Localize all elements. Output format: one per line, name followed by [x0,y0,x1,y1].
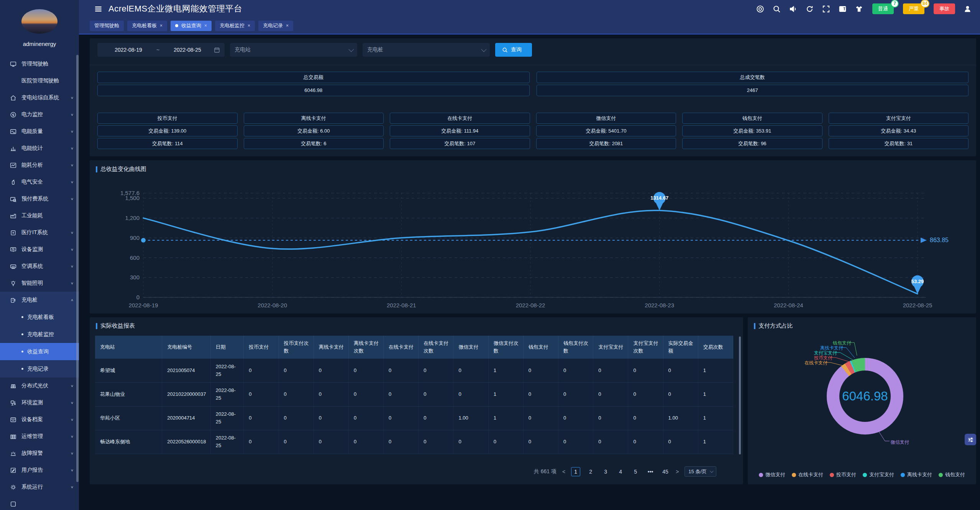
sidebar-item[interactable]: 变电站综自系统 ∨ [0,89,79,106]
sidebar-item[interactable]: 医院管理驾驶舱 [0,72,79,89]
sidebar-item[interactable]: 空调系统 ∨ [0,258,79,275]
chevron-icon: ∨ [71,130,74,133]
tab[interactable]: 充电桩监控 × [215,21,255,31]
pile-select[interactable]: 充电桩 [363,43,490,57]
alarm-level-button[interactable]: 严重 84 [903,3,924,14]
tab[interactable]: 充电记录 × [258,21,293,31]
payment-card-count: 交易笔数: 96 [682,138,822,149]
svg-text:1,200: 1,200 [125,215,140,221]
payment-card: 微信支付 交易金额: 5401.70 交易笔数: 2081 [536,113,676,151]
sidebar-item[interactable]: 电力监控 ∨ [0,106,79,123]
sidebar-node: 电气安全 ∨ [0,174,79,190]
page-number[interactable]: 4 [616,467,625,476]
avatar[interactable] [21,9,57,34]
sidebar-item[interactable]: 工业能耗 [0,207,79,224]
sidebar-item[interactable]: 管理驾驶舱 [0,56,79,72]
svg-text:300: 300 [130,274,140,280]
chevron-icon: ∨ [71,113,74,116]
page-number[interactable]: 2 [586,467,595,476]
payment-card-amount: 交易金额: 111.94 [390,125,530,136]
sidebar-node: 工业能耗 [0,207,79,224]
tab[interactable]: 收益查询 × [171,21,212,31]
page-number[interactable]: 45 [661,467,670,476]
bullet-icon [21,368,23,370]
sidebar-item[interactable]: 设备档案 ∨ [0,411,79,428]
table-scrollbar[interactable] [739,336,741,454]
sidebar-item[interactable]: 电能统计 ∨ [0,140,79,157]
table-cell: 0 [384,382,419,406]
refresh-icon[interactable] [806,5,814,13]
page-number[interactable]: ••• [646,467,655,476]
table-header-cell: 投币支付 [244,336,279,359]
sidebar-item[interactable]: 用户报告 ∨ [0,462,79,479]
table-cell: 0 [453,359,488,382]
sidebar-item[interactable]: 运维管理 ∨ [0,428,79,445]
sidebar-item[interactable]: 医疗IT系统 ∨ [0,224,79,241]
sidebar-item[interactable]: 故障报警 ∨ [0,445,79,462]
user-icon[interactable] [964,5,972,13]
sidebar-subitem[interactable]: 充电记录 [0,360,79,377]
table-cell: 0 [523,406,558,430]
table-header-cell: 离线卡支付次数 [348,336,383,359]
search-icon [502,47,508,53]
table-cell: 0 [663,430,698,454]
sidebar-subitem[interactable]: 充电桩监控 [0,326,79,343]
tab-close-icon[interactable]: × [248,23,250,28]
sidebar-item[interactable]: 电能质量 ∨ [0,123,79,140]
sidebar-scrollbar[interactable] [76,55,79,482]
totals-row: 总交易额 6046.98 总成交笔数 2467 [97,72,969,98]
report-icon [10,467,16,474]
fullscreen-icon[interactable] [822,5,830,13]
table-cell: 0 [453,382,488,406]
sidebar-node [0,495,79,510]
sidebar-item[interactable]: 系统运行 ∨ [0,479,79,495]
sidebar-item[interactable]: 电气安全 ∨ [0,174,79,190]
menu-icon[interactable] [94,5,102,13]
table-cell: 0 [348,430,383,454]
sidebar-item[interactable]: 充电桩 ∧ [0,292,79,308]
page-number[interactable]: 5 [631,467,640,476]
station-select[interactable]: 充电站 [230,43,357,57]
sidebar-item[interactable]: 设备监测 ∨ [0,241,79,258]
sidebar-item[interactable]: 环境监测 ∨ [0,394,79,411]
prev-page-button[interactable]: < [562,469,565,475]
home-icon [10,95,16,101]
devices-icon [10,246,16,253]
help-ring-icon[interactable] [756,5,764,13]
table-header-cell: 充电站 [95,336,162,359]
page-number[interactable]: 3 [601,467,610,476]
sidebar-item[interactable]: 能耗分析 ∨ [0,157,79,174]
sidebar-subitem[interactable]: 收益查询 [0,343,79,360]
alarm-level-button[interactable]: 事故 [934,3,955,14]
page-number[interactable]: 1 [571,467,580,476]
search-icon[interactable] [773,5,781,13]
table-header-cell: 在线卡支付 [384,336,419,359]
date-end: 2022-08-25 [161,47,214,53]
sidebar-subitem[interactable]: 充电桩看板 [0,308,79,326]
tab-close-icon[interactable]: × [160,23,163,28]
pile-placeholder: 充电桩 [367,46,481,53]
table-header-cell: 充电桩编号 [162,336,211,359]
table-cell: 2020004714 [162,406,211,430]
tab-close-icon[interactable]: × [204,23,207,28]
table-cell: 0 [279,406,314,430]
date-range-input[interactable]: 2022-08-19 ~ 2022-08-25 [97,43,225,57]
page-size-select[interactable]: 15 条/页 [685,466,716,477]
pagination-total: 共 661 项 [534,468,556,475]
next-page-button[interactable]: > [676,469,679,475]
alarm-icon [10,450,16,457]
search-button[interactable]: 查询 [495,43,532,57]
archive-icon [10,417,16,423]
sidebar-item[interactable] [0,495,79,510]
theme-shirt-icon[interactable] [855,5,863,13]
tab[interactable]: 充电桩看板 × [127,21,167,31]
sidebar-item[interactable]: 预付费系统 ∨ [0,190,79,207]
alarm-level-button[interactable]: 普通 7 [872,3,894,14]
translate-icon[interactable]: A [839,5,847,13]
speaker-icon[interactable] [789,5,797,13]
sidebar-item[interactable]: 分布式光伏 ∨ [0,377,79,394]
tab[interactable]: 管理驾驶舱 [90,21,124,31]
tab-close-icon[interactable]: × [286,23,289,28]
chevron-icon: ∧ [71,298,74,302]
sidebar-item[interactable]: 智能照明 ∨ [0,275,79,292]
